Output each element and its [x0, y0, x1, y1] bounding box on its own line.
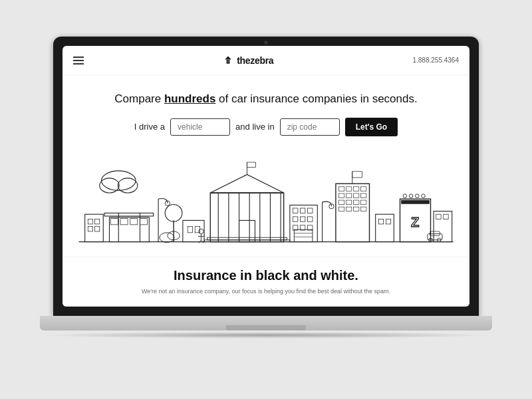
- laptop-shell: thezebra 1.888.255.4364 Compare hundreds…: [40, 37, 492, 362]
- svg-rect-62: [338, 200, 344, 204]
- svg-rect-58: [338, 194, 344, 198]
- svg-rect-69: [361, 207, 366, 211]
- hero-headline: Compare hundreds of car insurance compan…: [89, 91, 443, 107]
- svg-rect-83: [434, 211, 452, 241]
- svg-rect-76: [401, 200, 429, 204]
- svg-rect-67: [346, 207, 352, 211]
- screen-bezel: thezebra 1.888.255.4364 Compare hundreds…: [63, 46, 469, 307]
- svg-point-80: [409, 194, 413, 198]
- svg-rect-72: [376, 214, 394, 241]
- svg-rect-57: [361, 187, 366, 191]
- svg-text:Z: Z: [411, 214, 419, 229]
- svg-rect-33: [207, 237, 287, 240]
- headline-highlight: hundreds: [164, 92, 215, 105]
- vehicle-input[interactable]: [170, 118, 230, 136]
- svg-rect-4: [88, 226, 92, 231]
- svg-rect-10: [110, 218, 118, 224]
- svg-rect-56: [354, 187, 359, 191]
- svg-rect-71: [352, 172, 362, 178]
- svg-rect-12: [130, 218, 138, 224]
- city-illustration: Z: [63, 147, 469, 257]
- svg-point-8: [118, 178, 137, 193]
- svg-rect-85: [444, 214, 448, 219]
- svg-rect-14: [104, 213, 154, 216]
- svg-rect-68: [354, 207, 359, 211]
- hamburger-menu[interactable]: [73, 57, 84, 65]
- svg-point-7: [100, 178, 119, 193]
- svg-rect-74: [386, 219, 390, 223]
- svg-rect-43: [301, 217, 305, 221]
- phone-number: 1.888.255.4364: [412, 57, 459, 64]
- svg-rect-24: [210, 193, 283, 242]
- svg-point-81: [415, 194, 419, 198]
- svg-rect-40: [301, 208, 305, 213]
- svg-rect-1: [85, 214, 104, 241]
- logo: thezebra: [223, 55, 273, 66]
- form-middle: and live in: [235, 122, 275, 132]
- svg-rect-37: [247, 162, 255, 167]
- laptop-shadow: [40, 332, 492, 338]
- svg-point-82: [422, 194, 426, 198]
- svg-point-90: [199, 229, 203, 233]
- cta-button[interactable]: Let's Go: [345, 118, 398, 136]
- svg-rect-3: [94, 219, 99, 223]
- svg-point-20: [165, 204, 182, 221]
- form-prefix: I drive a: [134, 122, 165, 132]
- svg-rect-66: [338, 207, 344, 211]
- laptop-lid: thezebra 1.888.255.4364 Compare hundreds…: [53, 37, 479, 316]
- svg-rect-53: [336, 184, 370, 241]
- bottom-section: Insurance in black and white. We're not …: [63, 257, 469, 307]
- svg-rect-64: [354, 200, 359, 204]
- zip-input[interactable]: [280, 118, 340, 136]
- svg-marker-25: [210, 174, 283, 193]
- search-form: I drive a and live in Let's Go: [89, 118, 443, 136]
- laptop-screen: thezebra 1.888.255.4364 Compare hundreds…: [63, 46, 469, 307]
- svg-rect-65: [361, 200, 366, 204]
- site-header: thezebra 1.888.255.4364: [63, 46, 469, 75]
- bottom-headline: Insurance in black and white.: [76, 268, 456, 283]
- svg-rect-48: [294, 229, 313, 241]
- svg-rect-59: [346, 194, 352, 198]
- svg-rect-73: [378, 219, 383, 223]
- laptop-base: [40, 316, 492, 331]
- logo-text: thezebra: [237, 55, 273, 66]
- website: thezebra 1.888.255.4364 Compare hundreds…: [63, 46, 469, 307]
- svg-rect-2: [88, 219, 92, 223]
- camera-dot: [264, 41, 268, 45]
- svg-point-79: [403, 194, 407, 198]
- city-svg: Z: [63, 147, 469, 257]
- svg-rect-11: [120, 218, 128, 224]
- svg-rect-63: [346, 200, 352, 204]
- svg-rect-61: [361, 194, 366, 198]
- svg-rect-13: [140, 218, 147, 224]
- svg-rect-5: [94, 226, 99, 231]
- svg-rect-41: [308, 208, 313, 213]
- svg-point-95: [160, 233, 174, 243]
- svg-rect-39: [293, 208, 297, 213]
- svg-rect-54: [338, 187, 344, 191]
- hero-section: Compare hundreds of car insurance compan…: [63, 75, 469, 147]
- svg-rect-9: [109, 217, 149, 242]
- bottom-subtext: We're not an insurance company, our focu…: [76, 287, 456, 296]
- svg-rect-35: [239, 220, 255, 241]
- svg-rect-60: [354, 194, 359, 198]
- svg-rect-42: [293, 217, 297, 221]
- svg-rect-84: [436, 214, 441, 219]
- svg-rect-22: [188, 226, 192, 232]
- zebra-logo-icon: [223, 55, 233, 66]
- svg-rect-44: [308, 217, 313, 221]
- svg-rect-55: [346, 187, 352, 191]
